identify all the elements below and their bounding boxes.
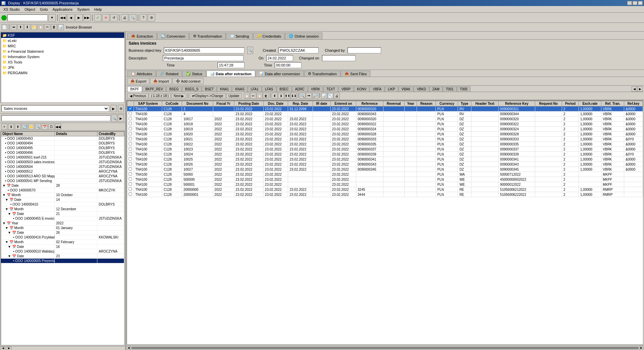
td-checkbox[interactable] (127, 187, 134, 192)
execute-button[interactable]: ✓ (94, 14, 101, 21)
ltb-btn6[interactable]: 🔍 (35, 124, 41, 130)
navtb-btn10[interactable]: ⮕ (306, 93, 312, 99)
tab-transformation[interactable]: ⚙ Transformation (189, 33, 226, 39)
th-document-no[interactable]: Document No (182, 101, 213, 106)
refresh-button[interactable]: ↺ (110, 14, 118, 21)
ltb-btn2[interactable]: ⬇ (8, 124, 14, 130)
ltb-btn5[interactable]: ⭐ (28, 124, 34, 130)
navtb-btn8[interactable]: ⬇⬇ (291, 93, 297, 99)
navtb-btn1[interactable]: 📋 (244, 93, 250, 99)
td-checkbox[interactable] (127, 182, 134, 187)
tree-row[interactable]: • OOO 140000455 E-invoicing Poland Webin… (1, 216, 124, 221)
th-reference-key[interactable]: Reference Key (499, 101, 535, 106)
tree-row[interactable]: ▼ 📅 Date 23 (1, 254, 124, 259)
td-checkbox[interactable] (127, 142, 134, 147)
col-tab-zam[interactable]: ZAM (429, 86, 443, 92)
nav-eleki[interactable]: 📁 eLeki (1, 38, 124, 43)
col-tab-konv[interactable]: KONV (354, 86, 369, 92)
on-date-input[interactable] (266, 55, 293, 61)
tree-row[interactable]: ▼ 📅 Date 14 (1, 198, 124, 202)
tree-row[interactable]: • OOO 140000493 DOLBRYS (1, 136, 124, 141)
tab-online-session[interactable]: 🌐 Online session (285, 33, 322, 39)
time-input[interactable] (218, 62, 244, 68)
tab-conversion[interactable]: 🔄 Conversion (157, 33, 189, 39)
table-row[interactable]: TN4100 C128 10026 2022 23.02.2022 23.02.… (127, 162, 643, 167)
col-tab-adrc[interactable]: ADRC (292, 86, 308, 92)
sales-type-dropdown[interactable]: Sales invoices (1, 105, 109, 112)
td-checkbox[interactable] (127, 157, 134, 162)
table-row[interactable]: TN4100 C128 10018 2022 23.02.2022 23.02.… (127, 122, 643, 127)
nav-jpk[interactable]: 📁 JPK (1, 65, 124, 70)
menu-help[interactable]: Help (92, 7, 104, 12)
invoice-browser-label[interactable]: Invoice Browser (64, 25, 93, 29)
col-tab-lfas[interactable]: LFAS (262, 86, 276, 92)
update-button[interactable]: Update (226, 93, 242, 98)
tree-row[interactable]: • OOO 140000496 DOLBRYS (1, 150, 124, 155)
left-scrollbar[interactable]: ◀ ▶ (0, 346, 125, 350)
td-checkbox[interactable] (127, 127, 134, 132)
col-tab-bsec[interactable]: BSEC (277, 86, 292, 92)
tb2-btn1[interactable]: ⬅ (11, 24, 17, 30)
td-checkbox[interactable] (127, 167, 134, 172)
th-doc-date[interactable]: Doc. Date (263, 101, 288, 106)
th-select[interactable] (127, 101, 134, 106)
th-currency[interactable]: Currency (436, 101, 458, 106)
table-row[interactable]: TN4100 C128 10019 2022 23.02.2022 23.02.… (127, 127, 643, 132)
table-row[interactable]: TN4100 C128 20000001 2022 23.02.2022 23.… (127, 192, 643, 197)
command-input[interactable] (7, 14, 48, 21)
th-period[interactable]: Period (562, 101, 579, 106)
ltb-btn1[interactable]: + (1, 124, 7, 130)
tree-row[interactable]: ▼ 📅 Year 2022 (1, 221, 124, 226)
tab-attributes[interactable]: 📋 Attributes (127, 71, 156, 77)
close-button[interactable]: ✕ (638, 1, 643, 5)
find-button[interactable]: 🔍 (129, 14, 136, 21)
invoice-browser-button[interactable]: 📊 (58, 24, 64, 30)
table-row[interactable]: TN4100 C128 500001 2022 23.02.2022 23.02… (127, 182, 643, 187)
col-tab-vbrk[interactable]: VBRK (308, 86, 323, 92)
print-button[interactable]: 🖨 (121, 14, 128, 21)
tab-data-after-conversion[interactable]: 📊 Data after conversion (256, 71, 304, 77)
th-request-no[interactable]: Request No (535, 101, 562, 106)
tb2-btn6[interactable]: ✂ (44, 24, 50, 30)
navtb-btn6[interactable]: ⬇ (278, 93, 284, 99)
th-type[interactable]: Type (458, 101, 471, 106)
table-row[interactable]: TN4100 C128 50000 2022 23.02.2022 23.02.… (127, 172, 643, 177)
td-checkbox[interactable] (127, 106, 134, 112)
th-rep-date[interactable]: Rep. Date (288, 101, 313, 106)
changed-by-input[interactable] (348, 47, 381, 53)
ltb-btn8[interactable]: 🗒 (48, 124, 54, 130)
table-row[interactable]: TN4100 C128 10020 2022 23.02.2022 23.02.… (127, 132, 643, 137)
time2-input[interactable] (275, 62, 302, 68)
dropdown-go-button[interactable]: ▶ (110, 105, 117, 112)
col-tab-lfa1[interactable]: LFA1 (248, 86, 262, 92)
prev-button[interactable]: ◀ Previous (127, 93, 148, 98)
td-checkbox[interactable] (127, 152, 134, 157)
tree-row[interactable]: • OOO 140000410 DOLBRYS (1, 202, 124, 207)
navtb-btn4[interactable]: 🗑 (263, 93, 269, 99)
tree-row[interactable]: ▼ 📅 Month 10 October (1, 193, 124, 198)
tree-row[interactable]: • OOO 140000541 MP Sending JSTUDZINSKA (1, 179, 124, 183)
doc-icon-btn[interactable]: 📄 (1, 24, 7, 30)
navtb-btn2[interactable]: ✂ (250, 93, 256, 99)
tree-row[interactable]: • OOO 140000495 DOLBRYS (1, 146, 124, 150)
display-change-button[interactable]: ⇄ Display<->Change (190, 93, 226, 98)
biz-key-search-button[interactable]: 🔍 (247, 47, 253, 54)
th-header-text[interactable]: Header Text (471, 101, 499, 106)
tree-row[interactable]: • OOO 140000605 Prezentacja (1, 259, 124, 263)
table-row[interactable]: TN4100 C128 10027 2022 23.02.2022 23.02.… (127, 167, 643, 172)
navtb-btn7[interactable]: ⬆⬆ (284, 93, 290, 99)
col-tab-t005[interactable]: T005 (457, 86, 471, 92)
table-row[interactable]: TN4100 C128 10023 2022 23.02.2022 23.02.… (127, 147, 643, 152)
nav-efinancial[interactable]: 📁 e-Financial Statement (1, 49, 124, 54)
dropdown-arrow-button[interactable]: ▼ (48, 14, 56, 21)
tree-row[interactable]: • OOO 140000512 AROCZYNA (1, 169, 124, 174)
changed-on-input[interactable] (322, 55, 356, 61)
tree-row[interactable]: ▼ 📅 Month 02 February (1, 240, 124, 245)
th-exch-rate[interactable]: Exch.rate (579, 101, 601, 106)
table-scroll-left-button[interactable]: ◀ (127, 346, 131, 350)
col-tab-vbfa[interactable]: VBFA (370, 86, 384, 92)
col-tab-vbrp[interactable]: VBRP (338, 86, 354, 92)
created-input[interactable] (278, 47, 319, 53)
table-scrollbar[interactable]: ◀ ▶ (126, 345, 644, 350)
tab-sent-files[interactable]: 📤 Sent Files (341, 71, 370, 77)
